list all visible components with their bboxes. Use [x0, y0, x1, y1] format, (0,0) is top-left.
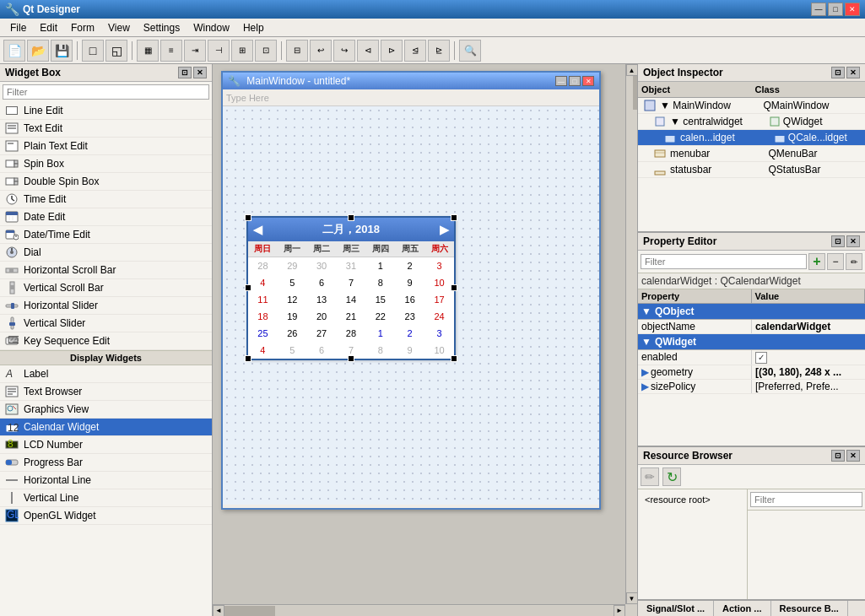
resize-handle-mr[interactable]	[451, 284, 457, 291]
widget-item-v-slider[interactable]: Vertical Slider	[0, 315, 212, 332]
maximize-button[interactable]: □	[828, 3, 843, 16]
cal-day[interactable]: 13	[307, 291, 337, 308]
scroll-down-button[interactable]: ▼	[626, 592, 638, 604]
resize-handle-tr[interactable]	[451, 214, 457, 221]
property-filter-input[interactable]	[641, 254, 807, 269]
cal-day[interactable]: 10	[424, 342, 454, 359]
main-window-menubar[interactable]: Type Here	[223, 89, 599, 106]
designer-horizontal-scrollbar[interactable]: ◄ ►	[213, 604, 625, 616]
cal-day[interactable]: 20	[307, 308, 337, 325]
widget-item-dial[interactable]: Dial	[0, 244, 212, 262]
cal-day[interactable]: 5	[278, 274, 307, 291]
cal-day[interactable]: 29	[278, 257, 307, 274]
cal-day[interactable]: 22	[365, 308, 395, 325]
rb-close-button[interactable]: ✕	[846, 450, 860, 462]
widget-box-float-button[interactable]: ⊡	[178, 67, 192, 78]
mw-max-button[interactable]: □	[569, 76, 581, 86]
widget-item-graphics-view[interactable]: Graphics View	[0, 401, 212, 419]
oi-float-button[interactable]: ⊡	[831, 67, 845, 78]
cal-day[interactable]: 17	[424, 291, 454, 308]
toolbar-b9[interactable]: ↪	[333, 40, 355, 62]
toolbar-b1[interactable]: ▦	[137, 40, 159, 62]
minimize-button[interactable]: —	[811, 3, 826, 16]
toolbar-search[interactable]: 🔍	[459, 40, 481, 62]
oi-row-statusbar[interactable]: statusbar QStatusBar	[638, 162, 865, 178]
oi-close-button[interactable]: ✕	[846, 67, 860, 78]
mw-close-button[interactable]: ✕	[582, 76, 594, 86]
menu-form[interactable]: Form	[64, 20, 101, 35]
toolbar-b3[interactable]: ⇥	[184, 40, 206, 62]
cal-day[interactable]: 4	[248, 342, 278, 359]
scroll-horizontal-thumb[interactable]	[224, 606, 275, 616]
pe-row-objectname[interactable]: objectName calendarWidget	[638, 320, 865, 334]
oi-row-centralwidget[interactable]: ▼ centralwidget QWidget	[638, 114, 865, 130]
cal-day[interactable]: 28	[248, 257, 278, 274]
oi-row-calendar[interactable]: calen...idget QCale...idget	[638, 130, 865, 146]
close-button[interactable]: ✕	[845, 3, 860, 16]
scroll-left-button[interactable]: ◄	[213, 605, 224, 617]
cal-day[interactable]: 5	[278, 342, 307, 359]
widget-item-text-browser[interactable]: Text Browser	[0, 383, 212, 401]
toolbar-b5[interactable]: ⊞	[231, 40, 253, 62]
cal-day[interactable]: 11	[248, 291, 278, 308]
cal-day[interactable]: 28	[337, 325, 366, 342]
widget-item-h-scrollbar[interactable]: Horizontal Scroll Bar	[0, 262, 212, 279]
pe-remove-filter-button[interactable]: −	[827, 253, 844, 270]
pe-configure-filter-button[interactable]: ✏	[846, 253, 862, 270]
widget-item-progress[interactable]: Progress Bar	[0, 454, 212, 472]
widget-item-h-line[interactable]: Horizontal Line	[0, 472, 212, 489]
toolbar-widget-editor[interactable]: □	[82, 40, 104, 62]
widget-item-opengl[interactable]: GL OpenGL Widget	[0, 507, 212, 525]
cal-day[interactable]: 16	[395, 291, 424, 308]
toolbar-open[interactable]: 📂	[27, 40, 49, 62]
pe-row-enabled[interactable]: enabled	[638, 350, 865, 365]
toolbar-b13[interactable]: ⊵	[428, 40, 450, 62]
pe-float-button[interactable]: ⊡	[831, 235, 845, 247]
widget-item-h-slider[interactable]: Horizontal Slider	[0, 297, 212, 315]
calendar-next-button[interactable]: ▶	[440, 223, 449, 236]
rb-filter-input[interactable]	[750, 492, 862, 507]
cal-day[interactable]: 27	[307, 325, 337, 342]
cal-day[interactable]: 12	[278, 291, 307, 308]
cal-day[interactable]: 3	[424, 257, 454, 274]
cal-day[interactable]: 10	[424, 274, 454, 291]
widget-item-label[interactable]: A Label	[0, 365, 212, 383]
cal-day[interactable]: 19	[278, 308, 307, 325]
display-widgets-category[interactable]: Display Widgets	[0, 350, 212, 365]
scroll-horizontal-track[interactable]	[224, 606, 614, 616]
enabled-checkbox[interactable]	[755, 352, 767, 364]
widget-item-time-edit[interactable]: Time Edit	[0, 191, 212, 208]
pe-row-geometry[interactable]: ▶geometry [(30, 180), 248 x ...	[638, 365, 865, 380]
tab-action[interactable]: Action ...	[714, 601, 770, 616]
cal-day[interactable]: 24	[424, 308, 454, 325]
pe-row-sizepolicy[interactable]: ▶sizePolicy [Preferred, Prefe...	[638, 380, 865, 394]
cal-day[interactable]: 1	[365, 257, 395, 274]
toolbar-b7[interactable]: ⊟	[286, 40, 308, 62]
resize-handle-bm[interactable]	[348, 355, 354, 362]
menu-edit[interactable]: Edit	[33, 20, 64, 35]
rb-tree-item-root[interactable]: <resource root>	[641, 493, 743, 506]
toolbar-b4[interactable]: ⊣	[208, 40, 230, 62]
rb-edit-button[interactable]: ✏	[641, 467, 659, 486]
cal-day[interactable]: 21	[337, 308, 366, 325]
menu-help[interactable]: Help	[236, 20, 271, 35]
main-window-frame[interactable]: 🔧 MainWindow - untitled* — □ ✕ Type Here	[221, 71, 601, 510]
cal-day[interactable]: 30	[307, 257, 337, 274]
resize-handle-tl[interactable]	[245, 214, 251, 221]
pe-close-button[interactable]: ✕	[846, 235, 860, 247]
tab-signal-slot[interactable]: Signal/Slot ...	[638, 601, 714, 616]
cal-day[interactable]: 8	[365, 342, 395, 359]
cal-day[interactable]: 18	[248, 308, 278, 325]
pe-group-qwidget[interactable]: ▼ QWidget	[638, 334, 865, 350]
pe-group-qobject[interactable]: ▼ QObject	[638, 304, 865, 320]
calendar-prev-button[interactable]: ◀	[253, 223, 262, 236]
cal-day[interactable]: 3	[424, 325, 454, 342]
cal-day[interactable]: 2	[395, 257, 424, 274]
widget-item-calendar[interactable]: 12 Calendar Widget	[0, 419, 212, 436]
scroll-up-button[interactable]: ▲	[626, 64, 638, 76]
toolbar-b2[interactable]: ≡	[160, 40, 182, 62]
cal-day[interactable]: 6	[307, 342, 337, 359]
widget-item-plain-text-edit[interactable]: Plain Text Edit	[0, 138, 212, 155]
widget-item-double-spin-box[interactable]: Double Spin Box	[0, 173, 212, 191]
widget-item-datetime-edit[interactable]: Date/Time Edit	[0, 226, 212, 244]
